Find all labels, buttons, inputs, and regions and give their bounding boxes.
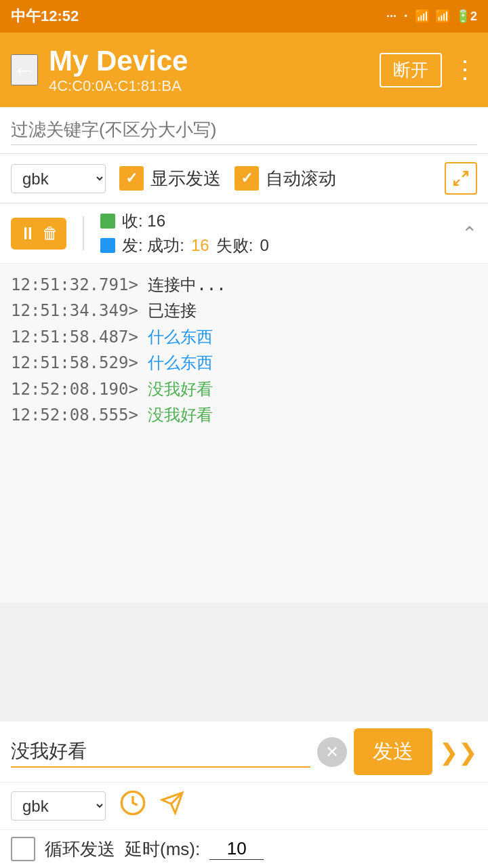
- filter-input[interactable]: [11, 115, 477, 145]
- more-menu-button[interactable]: ⋮: [453, 56, 477, 84]
- loop-row: 循环发送 延时(ms):: [0, 830, 488, 868]
- recv-dot: [100, 214, 115, 229]
- send-button[interactable]: 发送: [354, 728, 432, 775]
- clear-input-button[interactable]: ✕: [317, 737, 347, 767]
- device-mac: 4C:C0:0A:C1:81:BA: [49, 77, 369, 95]
- auto-scroll-group: 自动滚动: [235, 166, 336, 191]
- expand-button[interactable]: ❯❯: [439, 738, 477, 766]
- log-area: 12:51:32.791> 连接中...12:51:34.349> 已连接12:…: [0, 264, 488, 603]
- log-line: 12:52:08.190> 没我好看: [11, 376, 477, 402]
- direct-send-button[interactable]: [160, 791, 184, 821]
- pause-icon: ⏸: [19, 223, 37, 244]
- bluetooth-icon: ⬞: [402, 9, 409, 24]
- auto-scroll-checkbox[interactable]: [235, 166, 259, 191]
- controls-bar: gbk utf-8 显示发送 自动滚动: [0, 154, 488, 203]
- delay-label: 延时(ms):: [125, 837, 200, 861]
- send-fail-count: 0: [260, 236, 268, 255]
- input-row: ✕ 发送 ❯❯: [0, 722, 488, 783]
- send-prefix: 发: 成功:: [122, 235, 184, 256]
- back-button[interactable]: ←: [11, 54, 38, 85]
- fullscreen-button[interactable]: [445, 162, 477, 195]
- log-line: 12:51:32.791> 连接中...: [11, 272, 477, 298]
- send-dot: [100, 238, 115, 253]
- recv-stats: 收: 16: [100, 210, 451, 232]
- log-line: 12:51:58.487> 什么东西: [11, 324, 477, 350]
- filter-bar: [0, 107, 488, 154]
- bottom-encoding-select[interactable]: gbk utf-8: [11, 791, 106, 821]
- loop-label: 循环发送: [45, 837, 115, 861]
- encoding-select[interactable]: gbk utf-8: [11, 164, 106, 193]
- message-input[interactable]: [11, 736, 310, 768]
- show-send-checkbox[interactable]: [119, 166, 144, 191]
- toolbar: ← My Device 4C:C0:0A:C1:81:BA 断开 ⋮: [0, 33, 488, 107]
- log-line: 12:52:08.555> 没我好看: [11, 402, 477, 428]
- recv-label: 收: 16: [122, 210, 165, 232]
- bottom-area: ✕ 发送 ❯❯ gbk utf-8 循环发送 延时(ms):: [0, 721, 488, 868]
- extra-controls-row: gbk utf-8: [0, 783, 488, 830]
- toolbar-title: My Device 4C:C0:0A:C1:81:BA: [49, 45, 369, 95]
- divider: [83, 216, 84, 250]
- stats-buttons[interactable]: ⏸ 🗑: [11, 218, 66, 250]
- send-success-count: 16: [191, 236, 209, 255]
- stats-bar: ⏸ 🗑 收: 16 发: 成功: 16 失败: 0 ⌃: [0, 203, 488, 264]
- disconnect-button[interactable]: 断开: [380, 53, 442, 87]
- delay-input[interactable]: [209, 838, 264, 860]
- status-time: 中午12:52: [11, 6, 79, 26]
- log-line: 12:51:34.349> 已连接: [11, 298, 477, 323]
- show-send-group: 显示发送: [119, 166, 221, 191]
- stats-text: 收: 16 发: 成功: 16 失败: 0: [100, 210, 451, 256]
- log-line: 12:51:58.529> 什么东西: [11, 350, 477, 376]
- battery-icon: 🔋2: [455, 9, 477, 24]
- show-send-label: 显示发送: [150, 167, 221, 191]
- signal-bars-icon: 📶: [415, 9, 430, 24]
- send-fail-prefix: 失败:: [216, 235, 253, 256]
- collapse-button[interactable]: ⌃: [462, 222, 477, 245]
- toolbar-actions: 断开 ⋮: [380, 53, 477, 87]
- status-icons: ··· ⬞ 📶 📶 🔋2: [386, 9, 477, 24]
- auto-scroll-label: 自动滚动: [266, 167, 336, 191]
- signal-dots-icon: ···: [386, 9, 396, 24]
- wifi-icon: 📶: [435, 9, 450, 24]
- status-bar: 中午12:52 ··· ⬞ 📶 📶 🔋2: [0, 0, 488, 33]
- clear-icon: 🗑: [42, 224, 58, 243]
- device-name: My Device: [49, 45, 369, 77]
- loop-checkbox[interactable]: [11, 837, 35, 861]
- send-stats: 发: 成功: 16 失败: 0: [100, 235, 451, 256]
- history-button[interactable]: [119, 789, 146, 823]
